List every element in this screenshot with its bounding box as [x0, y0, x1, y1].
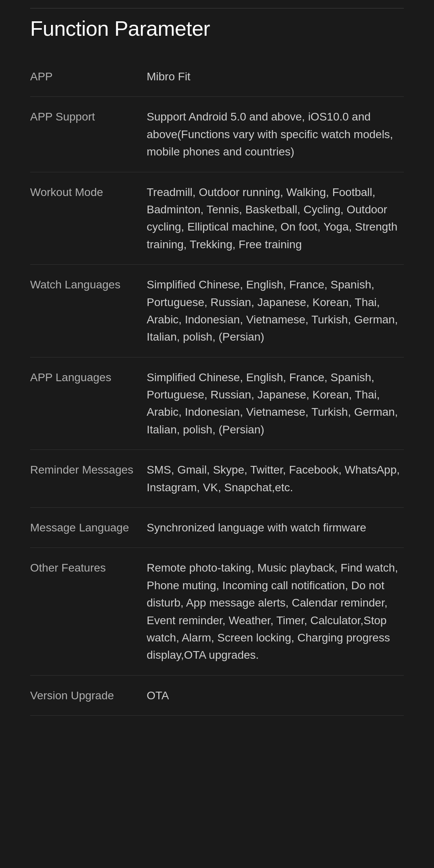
- param-value: SMS, Gmail, Skype, Twitter, Facebook, Wh…: [147, 450, 404, 508]
- param-value: Synchronized language with watch firmwar…: [147, 508, 404, 548]
- param-label: Workout Mode: [30, 172, 147, 265]
- page-container: Function Parameter APPMibro FitAPP Suppo…: [0, 0, 434, 740]
- top-divider: [30, 8, 404, 8]
- param-label: APP: [30, 57, 147, 97]
- page-title: Function Parameter: [30, 16, 404, 41]
- param-value: OTA: [147, 675, 404, 715]
- table-row: Watch LanguagesSimplified Chinese, Engli…: [30, 265, 404, 357]
- param-label: APP Support: [30, 97, 147, 172]
- param-value: Remote photo-taking, Music playback, Fin…: [147, 548, 404, 675]
- table-row: APP SupportSupport Android 5.0 and above…: [30, 97, 404, 172]
- param-value: Mibro Fit: [147, 57, 404, 97]
- param-label: Other Features: [30, 548, 147, 675]
- param-label: Version Upgrade: [30, 675, 147, 715]
- param-value: Simplified Chinese, English, France, Spa…: [147, 357, 404, 450]
- param-value: Simplified Chinese, English, France, Spa…: [147, 265, 404, 357]
- table-row: Reminder MessagesSMS, Gmail, Skype, Twit…: [30, 450, 404, 508]
- param-label: APP Languages: [30, 357, 147, 450]
- params-table: APPMibro FitAPP SupportSupport Android 5…: [30, 57, 404, 716]
- param-label: Message Language: [30, 508, 147, 548]
- param-value: Treadmill, Outdoor running, Walking, Foo…: [147, 172, 404, 265]
- param-value: Support Android 5.0 and above, iOS10.0 a…: [147, 97, 404, 172]
- table-row: Workout ModeTreadmill, Outdoor running, …: [30, 172, 404, 265]
- param-label: Watch Languages: [30, 265, 147, 357]
- table-row: APP LanguagesSimplified Chinese, English…: [30, 357, 404, 450]
- table-row: Other FeaturesRemote photo-taking, Music…: [30, 548, 404, 675]
- table-row: Version UpgradeOTA: [30, 675, 404, 715]
- param-label: Reminder Messages: [30, 450, 147, 508]
- table-row: Message LanguageSynchronized language wi…: [30, 508, 404, 548]
- table-row: APPMibro Fit: [30, 57, 404, 97]
